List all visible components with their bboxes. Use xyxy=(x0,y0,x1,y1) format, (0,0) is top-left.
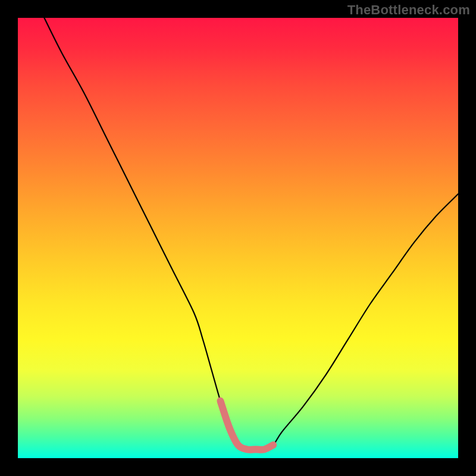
optimal-range-highlight xyxy=(220,401,273,450)
bottleneck-curve xyxy=(44,18,458,450)
watermark-text: TheBottleneck.com xyxy=(347,2,470,18)
curve-layer xyxy=(18,18,458,458)
chart-frame: TheBottleneck.com xyxy=(0,0,476,476)
plot-area xyxy=(18,18,458,458)
